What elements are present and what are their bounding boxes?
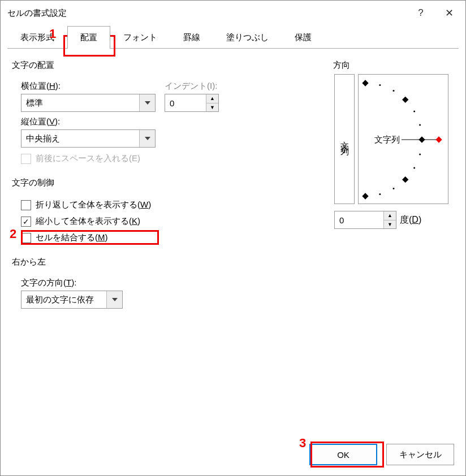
svg-point-2 (379, 193, 381, 195)
section-orientation-label: 方向 (333, 60, 453, 71)
svg-rect-13 (362, 80, 368, 86)
ok-button[interactable]: OK (309, 444, 377, 465)
svg-point-3 (393, 188, 395, 189)
dial-text: 文字列 (374, 135, 400, 144)
space-checkbox: 前後にスペースを入れる(E) (21, 153, 323, 164)
indent-label: インデント(I): (165, 81, 219, 92)
svg-rect-4 (402, 176, 408, 183)
degree-value: 0 (335, 215, 383, 225)
tab-border[interactable]: 罫線 (170, 26, 213, 49)
svg-point-5 (413, 167, 415, 169)
svg-point-8 (419, 124, 421, 126)
orientation-dial[interactable]: 文字列 (358, 74, 448, 204)
vertical-label: 縦位置(V): (21, 116, 323, 127)
help-button[interactable]: ? (407, 1, 435, 25)
svg-point-9 (413, 111, 415, 112)
chevron-down-icon (139, 94, 155, 111)
down-arrow-icon[interactable]: ▼ (384, 220, 396, 229)
indent-value: 0 (165, 98, 206, 108)
svg-rect-1 (362, 193, 368, 199)
vertical-select[interactable]: 中央揃え (21, 129, 156, 148)
cancel-button[interactable]: キャンセル (386, 444, 454, 465)
section-control-label: 文字の制御 (12, 178, 323, 188)
format-cells-dialog: セルの書式設定 ? ✕ 表示形式 配置 フォント 罫線 塗りつぶし 保護 文字の… (0, 0, 466, 476)
degree-spinner[interactable]: 0 ▲▼ (334, 211, 396, 229)
dialog-footer: OK キャンセル (309, 444, 454, 465)
dialog-body: 文字の配置 横位置(H): 標準 インデント(I): (7, 48, 459, 437)
tab-bar: 表示形式 配置 フォント 罫線 塗りつぶし 保護 (1, 25, 465, 48)
up-arrow-icon[interactable]: ▲ (384, 211, 396, 220)
dialog-title: セルの書式設定 (7, 8, 407, 19)
close-button[interactable]: ✕ (435, 1, 463, 25)
section-rtl-label: 右から左 (12, 257, 323, 267)
svg-point-12 (379, 84, 381, 86)
direction-value: 最初の文字に依存 (26, 295, 94, 305)
tab-fill[interactable]: 塗りつぶし (213, 26, 282, 49)
chevron-down-icon (106, 291, 122, 308)
direction-select[interactable]: 最初の文字に依存 (21, 291, 123, 309)
annotation-3-number: 3 (299, 436, 306, 451)
horizontal-value: 標準 (26, 98, 43, 109)
tab-protection[interactable]: 保護 (282, 26, 325, 49)
wrap-checkbox[interactable]: 折り返して全体を表示する(W) (21, 200, 323, 210)
indent-spinner[interactable]: 0 ▲▼ (165, 94, 219, 112)
check-icon: ✓ (23, 218, 29, 226)
direction-label: 文字の方向(T): (21, 278, 323, 288)
tab-font[interactable]: フォント (110, 26, 170, 49)
svg-rect-10 (402, 97, 408, 103)
merge-checkbox[interactable]: セルを結合する(M) (21, 232, 323, 243)
orientation-vertical-button[interactable]: 文字列 (334, 74, 355, 204)
svg-rect-14 (435, 136, 442, 142)
down-arrow-icon[interactable]: ▼ (206, 103, 218, 112)
tab-number[interactable]: 表示形式 (7, 26, 67, 49)
titlebar: セルの書式設定 ? ✕ (1, 1, 465, 25)
tab-alignment[interactable]: 配置 (67, 26, 110, 49)
section-alignment-label: 文字の配置 (12, 60, 323, 71)
up-arrow-icon[interactable]: ▲ (206, 94, 218, 103)
vertical-value: 中央揃え (26, 133, 60, 144)
chevron-down-icon (139, 130, 155, 147)
svg-point-6 (419, 153, 421, 155)
horizontal-select[interactable]: 標準 (21, 94, 156, 112)
horizontal-label: 横位置(H): (21, 81, 156, 92)
svg-rect-7 (418, 136, 425, 142)
shrink-checkbox[interactable]: ✓縮小して全体を表示する(K) (21, 216, 323, 227)
degree-label: 度(D) (400, 214, 421, 226)
svg-point-11 (393, 90, 395, 92)
